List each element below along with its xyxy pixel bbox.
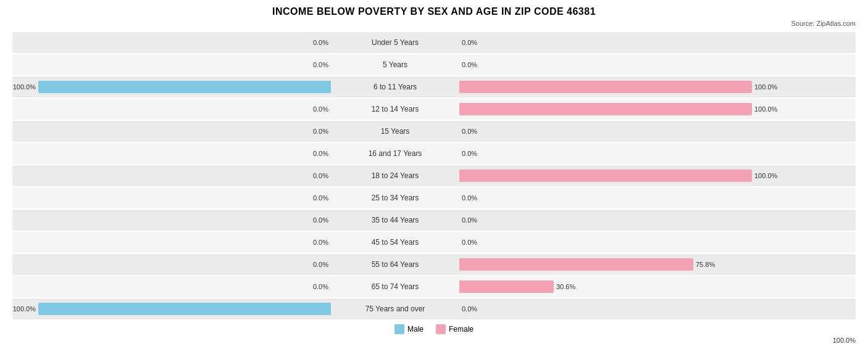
- right-bar-container: 0.0%: [457, 192, 778, 204]
- right-bar-container: 100.0%: [457, 170, 778, 182]
- male-legend-item: Male: [394, 324, 424, 334]
- age-label: 5 Years: [333, 60, 457, 69]
- female-value: 0.0%: [462, 305, 485, 313]
- female-bar: [459, 81, 752, 93]
- male-value: 0.0%: [305, 172, 328, 179]
- female-value: 30.6%: [556, 283, 580, 290]
- female-bar: [459, 281, 554, 293]
- right-bar-container: 0.0%: [457, 125, 778, 137]
- female-legend-item: Female: [436, 324, 474, 334]
- bottom-note: 100.0%: [12, 337, 856, 344]
- age-label: 65 to 74 Years: [333, 282, 457, 291]
- male-value: 0.0%: [305, 39, 328, 46]
- right-bar-container: 0.0%: [457, 303, 778, 315]
- age-label: 75 Years and over: [333, 305, 457, 313]
- age-label: Under 5 Years: [333, 38, 457, 47]
- male-value: 0.0%: [305, 128, 328, 135]
- female-value: 0.0%: [462, 216, 485, 224]
- right-bar-container: 30.6%: [457, 281, 778, 293]
- source-label: Source: ZipAtlas.com: [12, 20, 856, 27]
- male-value: 0.0%: [305, 261, 328, 268]
- female-value: 100.0%: [754, 105, 778, 113]
- male-bar: [38, 303, 331, 315]
- male-value: 100.0%: [12, 83, 36, 91]
- male-value: 0.0%: [305, 194, 328, 202]
- left-bar-container: 0.0%: [12, 103, 333, 115]
- age-label: 18 to 24 Years: [333, 171, 457, 180]
- male-legend-label: Male: [407, 325, 424, 334]
- female-legend-label: Female: [449, 325, 474, 334]
- right-bar-container: 0.0%: [457, 147, 778, 160]
- left-bar-container: 0.0%: [12, 236, 333, 248]
- female-value: 0.0%: [462, 61, 485, 68]
- female-value: 0.0%: [462, 128, 485, 135]
- female-value: 0.0%: [462, 150, 485, 157]
- male-value: 0.0%: [305, 216, 328, 224]
- male-value: 100.0%: [12, 305, 36, 313]
- chart-row: 0.0% 55 to 64 Years 75.8%: [12, 254, 856, 275]
- chart-row: 0.0% 25 to 34 Years 0.0%: [12, 187, 856, 208]
- chart-title: INCOME BELOW POVERTY BY SEX AND AGE IN Z…: [12, 6, 856, 17]
- age-label: 16 and 17 Years: [333, 149, 457, 158]
- female-value: 0.0%: [462, 194, 485, 202]
- male-value: 0.0%: [305, 239, 328, 246]
- left-bar-container: 0.0%: [12, 214, 333, 226]
- chart-row: 0.0% 12 to 14 Years 100.0%: [12, 99, 856, 120]
- right-bar-container: 100.0%: [457, 81, 778, 93]
- age-label: 35 to 44 Years: [333, 216, 457, 224]
- left-bar-container: 100.0%: [12, 81, 333, 93]
- chart-row: 0.0% 15 Years 0.0%: [12, 121, 856, 142]
- left-bar-container: 0.0%: [12, 170, 333, 182]
- left-bar-container: 0.0%: [12, 192, 333, 204]
- male-value: 0.0%: [305, 105, 328, 113]
- chart-row: 100.0% 6 to 11 Years 100.0%: [12, 76, 856, 97]
- chart-row: 0.0% 5 Years 0.0%: [12, 54, 856, 75]
- male-value: 0.0%: [305, 283, 328, 290]
- age-label: 6 to 11 Years: [333, 83, 457, 91]
- age-label: 25 to 34 Years: [333, 194, 457, 202]
- male-value: 0.0%: [305, 150, 328, 157]
- female-bar: [459, 103, 752, 115]
- right-bar-container: 0.0%: [457, 59, 778, 71]
- left-bar-container: 0.0%: [12, 147, 333, 160]
- left-bar-container: 0.0%: [12, 281, 333, 293]
- left-bar-container: 0.0%: [12, 258, 333, 271]
- female-value: 75.8%: [696, 261, 719, 268]
- age-label: 45 to 54 Years: [333, 238, 457, 247]
- right-bar-container: 0.0%: [457, 214, 778, 226]
- female-bar: [459, 258, 693, 271]
- right-bar-container: 75.8%: [457, 258, 778, 271]
- chart-row: 0.0% 45 to 54 Years 0.0%: [12, 232, 856, 253]
- left-bar-container: 0.0%: [12, 36, 333, 49]
- female-value: 100.0%: [754, 172, 778, 179]
- female-value: 100.0%: [754, 83, 778, 91]
- age-label: 55 to 64 Years: [333, 260, 457, 269]
- chart-row: 100.0% 75 Years and over 0.0%: [12, 298, 856, 319]
- chart-row: 0.0% 65 to 74 Years 30.6%: [12, 276, 856, 297]
- right-bar-container: 0.0%: [457, 236, 778, 248]
- male-legend-color: [394, 324, 404, 334]
- left-bar-container: 0.0%: [12, 125, 333, 137]
- left-bar-container: 0.0%: [12, 59, 333, 71]
- chart-row: 0.0% 18 to 24 Years 100.0%: [12, 165, 856, 186]
- female-value: 0.0%: [462, 239, 485, 246]
- age-label: 12 to 14 Years: [333, 105, 457, 113]
- female-value: 0.0%: [462, 39, 485, 46]
- chart-row: 0.0% 16 and 17 Years 0.0%: [12, 143, 856, 164]
- female-legend-color: [436, 324, 446, 334]
- male-value: 0.0%: [305, 61, 328, 68]
- right-bar-container: 0.0%: [457, 36, 778, 49]
- legend: Male Female: [12, 324, 856, 334]
- male-bar: [38, 81, 331, 93]
- female-bar: [459, 170, 752, 182]
- age-label: 15 Years: [333, 127, 457, 136]
- chart-area: 0.0% Under 5 Years 0.0% 0.0% 5 Years 0.0…: [12, 32, 856, 319]
- right-bar-container: 100.0%: [457, 103, 778, 115]
- chart-row: 0.0% Under 5 Years 0.0%: [12, 32, 856, 53]
- chart-row: 0.0% 35 to 44 Years 0.0%: [12, 210, 856, 231]
- left-bar-container: 100.0%: [12, 303, 333, 315]
